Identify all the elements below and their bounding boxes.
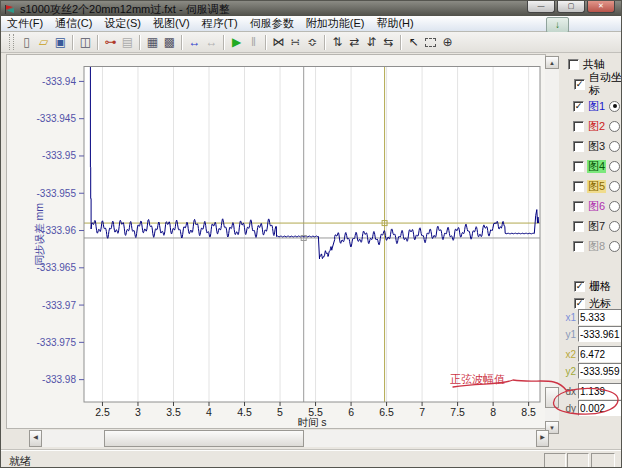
open-icon[interactable]: ▱ — [35, 34, 52, 51]
menu-servo-params[interactable]: 伺服参数 — [244, 16, 300, 31]
toolbar-separator — [97, 35, 99, 50]
checkbox[interactable]: ✓ — [574, 281, 585, 292]
figure-2-checkbox[interactable]: 图2 — [573, 119, 620, 133]
pan-icon[interactable]: ⊕ — [439, 34, 456, 51]
pause-icon[interactable]: ‖ — [245, 34, 262, 51]
cursor-checkbox[interactable]: ✓光标 — [574, 296, 612, 310]
figure-1-radio[interactable] — [609, 101, 620, 112]
checkbox[interactable]: ✓ — [574, 79, 585, 90]
figure-5-radio[interactable] — [609, 181, 620, 192]
menu-file[interactable]: 文件(F) — [1, 16, 49, 31]
menu-view[interactable]: 视图(V) — [147, 16, 196, 31]
menu-extra-functions[interactable]: 附加功能(E) — [300, 16, 371, 31]
y1-input[interactable] — [578, 326, 622, 342]
key-icon[interactable]: ⊶ — [102, 34, 119, 51]
new-icon[interactable]: ▯ — [18, 34, 35, 51]
figure-7-checkbox[interactable]: 图7 — [573, 219, 620, 233]
app-icon — [4, 4, 16, 15]
figure-8-checkbox[interactable]: 图8 — [573, 239, 620, 253]
waveform-chart[interactable]: 2.533.544.555.566.577.588.5-333.94-333.9… — [7, 55, 545, 428]
x1-input[interactable] — [578, 309, 622, 325]
figure-4-checkbox[interactable]: 图4 — [573, 159, 620, 173]
horizontal-scrollbar[interactable]: ◀▶ — [29, 430, 549, 447]
dx-input[interactable] — [578, 383, 622, 399]
checkbox[interactable] — [573, 161, 584, 172]
expand-y-icon[interactable]: ⇵ — [363, 34, 380, 51]
plot-window-2-icon[interactable]: ▩ — [161, 34, 178, 51]
title-bar[interactable]: s1000攻丝2个20mm12mm过.fxt - 伺服调整 —▢✕ — [1, 1, 621, 16]
run-icon[interactable]: ▶ — [228, 34, 245, 51]
figure-2-radio[interactable] — [609, 121, 620, 132]
y1-field-row: y1 — [561, 326, 622, 342]
menu-overflow-button[interactable]: ↓ — [546, 17, 569, 33]
checkbox[interactable] — [573, 241, 584, 252]
close-button[interactable]: ✕ — [587, 1, 615, 13]
checkbox[interactable] — [573, 201, 584, 212]
shrink-y-icon[interactable]: ⇆ — [380, 34, 397, 51]
x2-label: x2 — [561, 349, 576, 360]
figure-8-radio[interactable] — [609, 241, 620, 252]
svg-text:同步误差 mm: 同步误差 mm — [33, 203, 45, 266]
checkbox[interactable] — [573, 141, 584, 152]
figure-7-radio[interactable] — [609, 221, 620, 232]
shrink-x-icon[interactable]: ⇄ — [346, 34, 363, 51]
dy-input[interactable] — [578, 400, 622, 416]
checkbox[interactable] — [573, 221, 584, 232]
menu-program[interactable]: 程序(T) — [196, 16, 244, 31]
dx-label: dx — [561, 386, 576, 397]
figure-6-radio[interactable] — [609, 201, 620, 212]
pointer-icon[interactable]: ↖ — [405, 34, 422, 51]
minimize-button[interactable]: — — [527, 1, 555, 13]
h-link-off-icon[interactable]: ↔ — [203, 34, 220, 51]
menu-communication[interactable]: 通信(C) — [49, 16, 98, 31]
toolbar-separator — [139, 35, 141, 50]
scroll-right-button[interactable]: ▶ — [536, 430, 549, 447]
fit-horizontal-icon[interactable]: ∺ — [287, 34, 304, 51]
x1-label: x1 — [561, 312, 576, 323]
print-icon[interactable]: ▤ — [119, 34, 136, 51]
auto-scale-checkbox[interactable]: ✓自动坐标 — [574, 77, 622, 91]
figure-5-checkbox[interactable]: 图5 — [573, 179, 620, 193]
fit-vertical-icon[interactable]: ≎ — [304, 34, 321, 51]
checkbox[interactable] — [568, 59, 579, 70]
figure-2-checkbox-label: 图2 — [587, 120, 606, 133]
x2-input[interactable] — [578, 346, 622, 362]
checkbox[interactable] — [573, 181, 584, 192]
checkbox[interactable] — [573, 121, 584, 132]
figure-3-checkbox[interactable]: 图3 — [573, 139, 620, 153]
h-link-icon[interactable]: ↔ — [186, 34, 203, 51]
y2-input[interactable] — [578, 363, 622, 379]
grid-checkbox[interactable]: ✓栅格 — [574, 279, 612, 293]
expand-x-icon[interactable]: ⇅ — [329, 34, 346, 51]
checkbox[interactable]: ✓ — [573, 101, 584, 112]
figure-4-radio[interactable] — [609, 161, 620, 172]
figure-6-checkbox[interactable]: 图6 — [573, 199, 620, 213]
scroll-left-button[interactable]: ◀ — [29, 430, 42, 447]
y1-label: y1 — [561, 329, 576, 340]
menu-settings[interactable]: 设定(S) — [98, 16, 147, 31]
chart-canvas[interactable]: 2.533.544.555.566.577.588.5-333.94-333.9… — [6, 54, 546, 429]
save-icon[interactable]: ▣ — [52, 34, 69, 51]
y2-label: y2 — [561, 366, 576, 377]
scroll-up-button[interactable]: ▲ — [545, 56, 559, 69]
figure-3-radio[interactable] — [609, 141, 620, 152]
menu-bar: 文件(F)通信(C)设定(S)视图(V)程序(T)伺服参数附加功能(E)帮助(H… — [1, 16, 621, 32]
svg-text:3: 3 — [135, 406, 141, 418]
figure-4-checkbox-label: 图4 — [587, 160, 606, 173]
checkbox[interactable]: ✓ — [574, 298, 585, 309]
maximize-button[interactable]: ▢ — [557, 1, 585, 13]
select-rect-icon[interactable] — [425, 38, 436, 47]
zoom-extents-icon[interactable]: ⋈ — [270, 34, 287, 51]
figure-1-checkbox[interactable]: ✓图1 — [573, 99, 620, 113]
vertical-scroll-thumb[interactable] — [545, 387, 559, 408]
x2-field-row: x2 — [561, 346, 622, 362]
auto-scale-checkbox-label: 自动坐标 — [588, 71, 622, 97]
toolbar-separator — [181, 35, 183, 50]
vertical-scrollbar[interactable]: ▲▼ — [545, 56, 559, 434]
coaxial-checkbox[interactable]: 共轴 — [568, 57, 606, 71]
horizontal-scroll-thumb[interactable] — [104, 430, 304, 447]
menu-help[interactable]: 帮助(H) — [370, 16, 419, 31]
window-title: s1000攻丝2个20mm12mm过.fxt - 伺服调整 — [20, 2, 230, 16]
copy-icon[interactable]: ◫ — [77, 34, 94, 51]
plot-window-1-icon[interactable]: ▦ — [144, 34, 161, 51]
